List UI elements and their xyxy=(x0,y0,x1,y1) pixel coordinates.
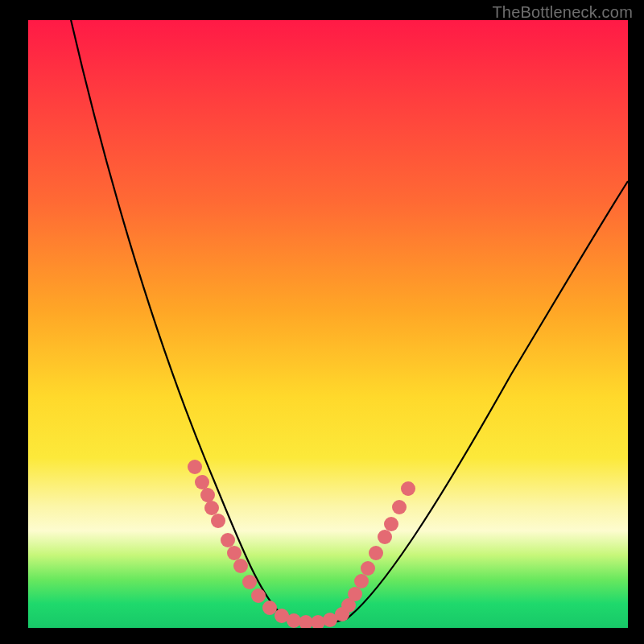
svg-point-5 xyxy=(221,533,235,547)
svg-point-20 xyxy=(361,561,375,576)
svg-point-8 xyxy=(242,575,257,589)
svg-point-25 xyxy=(401,481,415,496)
svg-point-3 xyxy=(204,501,219,515)
watermark-text: TheBottleneck.com xyxy=(492,3,633,22)
svg-point-9 xyxy=(251,588,266,603)
marker-cluster-right xyxy=(341,481,415,613)
svg-point-21 xyxy=(369,546,383,560)
svg-point-19 xyxy=(354,574,369,588)
svg-point-0 xyxy=(188,460,202,474)
bottleneck-curve xyxy=(70,20,628,624)
svg-point-23 xyxy=(384,517,398,531)
curve-svg xyxy=(28,20,628,628)
svg-point-22 xyxy=(378,530,392,544)
svg-point-1 xyxy=(195,475,209,489)
marker-cluster-bottom xyxy=(262,601,349,628)
chart-frame: TheBottleneck.com xyxy=(0,0,644,644)
svg-point-6 xyxy=(227,546,242,560)
svg-point-24 xyxy=(392,500,407,514)
svg-point-4 xyxy=(211,514,225,528)
svg-point-18 xyxy=(348,587,362,601)
plot-area xyxy=(28,20,628,628)
svg-point-10 xyxy=(262,601,277,615)
svg-point-7 xyxy=(233,559,248,573)
svg-point-2 xyxy=(200,488,215,502)
marker-cluster-left xyxy=(188,460,266,603)
